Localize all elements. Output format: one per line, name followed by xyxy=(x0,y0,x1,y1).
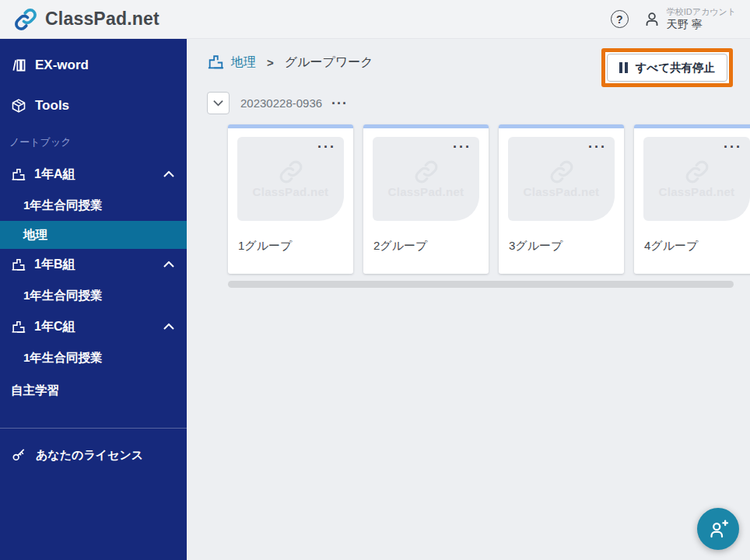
sidebar-divider xyxy=(0,428,187,429)
add-member-fab[interactable] xyxy=(697,508,739,550)
card-label: 4グループ xyxy=(644,239,698,254)
breadcrumb-current: グループワーク xyxy=(285,54,373,71)
expand-collapse-button[interactable] xyxy=(207,92,230,114)
chevron-up-icon xyxy=(163,324,174,331)
logo-text: ClassPad.net xyxy=(45,9,159,30)
sidebar-item-label: 1年生合同授業 xyxy=(23,350,103,366)
school-icon xyxy=(11,320,26,334)
more-options-icon[interactable]: ··· xyxy=(331,96,348,110)
watermark-text: ClassPad.net xyxy=(253,185,329,198)
card-more-options-icon[interactable]: ··· xyxy=(724,139,742,156)
card-top-strip xyxy=(634,124,750,128)
card-label: 2グループ xyxy=(373,239,427,254)
sidebar-item-label: 1年C組 xyxy=(34,319,75,335)
sidebar-item-label: あなたのライセンス xyxy=(36,448,143,463)
sidebar-item-label: 地理 xyxy=(23,227,47,243)
sidebar: EX-word Tools ノートブック 1年A組 1年生合同授業 地理 1年B… xyxy=(0,39,187,560)
card-top-strip xyxy=(228,124,353,128)
card-thumbnail: ClassPad.net ··· xyxy=(373,137,479,221)
account-info: 学校IDアカウント 天野 寧 xyxy=(667,7,736,32)
sidebar-item-joint-class-b[interactable]: 1年生合同授業 xyxy=(0,280,187,311)
sidebar-item-class-1a[interactable]: 1年A組 xyxy=(0,159,187,190)
sidebar-item-license[interactable]: あなたのライセンス xyxy=(0,438,187,472)
chain-link-watermark-icon xyxy=(279,159,303,184)
key-icon xyxy=(11,447,26,463)
sidebar-item-tools[interactable]: Tools xyxy=(0,86,187,126)
chevron-down-icon xyxy=(213,100,223,107)
card-top-strip xyxy=(363,124,489,128)
sidebar-item-label: EX-word xyxy=(35,58,89,73)
watermark-text: ClassPad.net xyxy=(524,185,600,198)
group-card-3[interactable]: ClassPad.net ··· 3グループ xyxy=(499,124,624,274)
stop-all-sharing-label: すべて共有停止 xyxy=(635,61,715,75)
chevron-up-icon xyxy=(163,261,174,268)
card-more-options-icon[interactable]: ··· xyxy=(588,139,607,156)
school-icon xyxy=(11,257,26,272)
sidebar-item-joint-class-a[interactable]: 1年生合同授業 xyxy=(0,190,187,221)
sidebar-item-label: 1年B組 xyxy=(34,257,75,273)
card-label: 1グループ xyxy=(238,239,292,254)
account-name: 天野 寧 xyxy=(667,17,736,31)
group-card-4[interactable]: ClassPad.net ··· 4グループ xyxy=(634,124,750,274)
sidebar-item-self-study[interactable]: 自主学習 xyxy=(0,373,187,408)
chain-link-watermark-icon xyxy=(414,159,439,184)
watermark-text: ClassPad.net xyxy=(659,185,735,198)
breadcrumb-link-geography[interactable]: 地理 xyxy=(231,54,256,71)
pause-icon xyxy=(619,62,628,73)
sidebar-item-label: Tools xyxy=(35,98,69,114)
card-more-options-icon[interactable]: ··· xyxy=(453,139,471,156)
app-header: ClassPad.net ? 学校IDアカウント 天野 寧 xyxy=(0,0,750,39)
card-thumbnail: ClassPad.net ··· xyxy=(237,137,344,221)
user-account-menu[interactable]: 学校IDアカウント 天野 寧 xyxy=(643,7,736,32)
sidebar-item-label: 1年A組 xyxy=(34,166,75,183)
chain-link-watermark-icon xyxy=(685,159,710,184)
card-thumbnail: ClassPad.net ··· xyxy=(643,137,750,221)
person-plus-icon xyxy=(708,519,729,540)
group-card-2[interactable]: ClassPad.net ··· 2グループ xyxy=(363,124,489,274)
sidebar-item-label: 1年生合同授業 xyxy=(23,198,103,214)
sidebar-item-geography[interactable]: 地理 xyxy=(0,221,187,249)
card-top-strip xyxy=(499,124,624,128)
help-icon: ? xyxy=(616,13,623,26)
dictionary-icon xyxy=(11,58,26,73)
school-icon xyxy=(11,167,26,182)
chain-link-icon xyxy=(14,8,37,31)
account-type-label: 学校IDアカウント xyxy=(667,7,736,18)
chain-link-watermark-icon xyxy=(549,159,574,184)
highlight-annotation-box: すべて共有停止 xyxy=(601,48,733,87)
cube-icon xyxy=(11,98,26,114)
header-right: ? 学校IDアカウント 天野 寧 xyxy=(611,7,736,32)
card-label: 3グループ xyxy=(509,239,562,254)
sidebar-item-label: 自主学習 xyxy=(11,383,59,399)
notebook-toolbar: 20230228-0936 ··· xyxy=(207,92,348,114)
sidebar-item-exword[interactable]: EX-word xyxy=(0,45,187,86)
watermark-text: ClassPad.net xyxy=(388,185,464,198)
person-icon xyxy=(643,10,661,29)
notebook-title: 20230228-0936 xyxy=(240,96,322,110)
help-button[interactable]: ? xyxy=(611,10,629,28)
sidebar-item-label: 1年生合同授業 xyxy=(23,288,103,304)
breadcrumb-separator-icon: > xyxy=(267,56,274,69)
classpad-logo[interactable]: ClassPad.net xyxy=(14,8,159,31)
sidebar-item-class-1c[interactable]: 1年C組 xyxy=(0,311,187,342)
sidebar-item-joint-class-c[interactable]: 1年生合同授業 xyxy=(0,342,187,373)
sidebar-item-class-1b[interactable]: 1年B組 xyxy=(0,249,187,280)
horizontal-scrollbar[interactable] xyxy=(228,281,734,288)
card-more-options-icon[interactable]: ··· xyxy=(317,139,336,156)
group-card-1[interactable]: ClassPad.net ··· 1グループ xyxy=(228,124,353,274)
school-icon xyxy=(207,54,224,71)
breadcrumb: 地理 > グループワーク xyxy=(207,54,373,71)
chevron-up-icon xyxy=(163,171,174,178)
sidebar-section-notebook: ノートブック xyxy=(0,126,187,159)
group-cards-row: ClassPad.net ··· 1グループ ClassPad.net ··· … xyxy=(228,124,750,274)
stop-all-sharing-button[interactable]: すべて共有停止 xyxy=(607,54,727,82)
card-thumbnail: ClassPad.net ··· xyxy=(508,137,615,221)
